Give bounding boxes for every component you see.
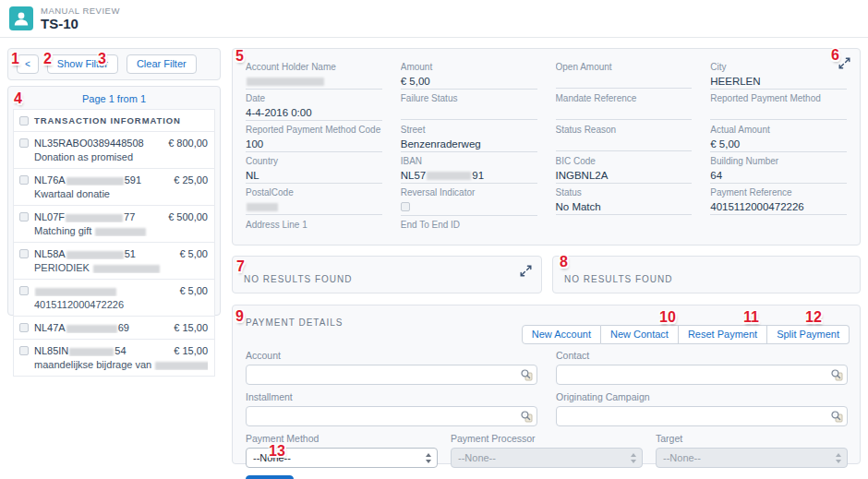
related-list-panel-2: NO RESULTS FOUND (552, 256, 861, 293)
related-list-panel-1: NO RESULTS FOUND (232, 256, 542, 293)
contact-lookup-input[interactable] (556, 365, 848, 385)
field-value: 100 (246, 138, 382, 152)
payment-details-panel: PAYMENT DETAILS New Account New Contact … (232, 305, 861, 464)
table-row[interactable]: NL58A51 € 5,00 PERIODIEK (14, 243, 214, 280)
row-checkbox[interactable] (19, 249, 29, 258)
user-icon (9, 6, 33, 30)
filter-toolbar: < Show Filter Clear Filter (7, 48, 221, 80)
field-value (556, 76, 693, 89)
row-checkbox[interactable] (19, 212, 29, 222)
row-amount: € 5,00 (174, 248, 208, 259)
payment-actions: New Account New Contact Reset Payment Sp… (522, 325, 850, 344)
lookup-icon[interactable] (830, 410, 843, 423)
object-category-label: MANUAL REVIEW (41, 6, 120, 16)
select-stepper-icon (835, 452, 842, 466)
row-amount: € 5,00 (174, 285, 208, 296)
table-row[interactable]: NL85IN54 € 15,00 maandelijkse bijdrage v… (14, 340, 214, 377)
expand-icon[interactable] (838, 56, 851, 69)
table-header-label: TRANSACTION INFORMATION (34, 115, 208, 126)
new-contact-button[interactable]: New Contact (601, 325, 679, 344)
table-row[interactable]: NL35RABO0389448508 € 800,00 Donation as … (14, 132, 214, 169)
field-value (710, 107, 847, 120)
field-value: € 5,00 (401, 76, 537, 90)
page-header: MANUAL REVIEW TS-10 (0, 0, 868, 38)
transaction-table-header: TRANSACTION INFORMATION (14, 110, 214, 132)
lookup-icon[interactable] (520, 410, 533, 423)
account-lookup-input[interactable] (246, 365, 537, 385)
save-button[interactable]: Save (246, 475, 294, 479)
row-checkbox[interactable] (19, 346, 29, 355)
originating-campaign-lookup-input[interactable] (556, 406, 848, 426)
row-checkbox[interactable] (19, 323, 29, 332)
row-checkbox[interactable] (19, 138, 29, 148)
row-amount: € 500,00 (163, 211, 208, 222)
clear-filter-button[interactable]: Clear Filter (127, 54, 197, 74)
panel-title: PAYMENT DETAILS (246, 317, 343, 328)
no-results-message: NO RESULTS FOUND (564, 274, 673, 284)
target-select: --None-- (656, 448, 848, 468)
field-value (556, 107, 693, 120)
expand-icon[interactable] (520, 264, 533, 277)
show-filter-button[interactable]: Show Filter (47, 54, 118, 74)
pagination-link[interactable]: Page 1 from 1 (8, 87, 220, 109)
payment-processor-select: --None-- (451, 448, 643, 468)
no-results-message: NO RESULTS FOUND (244, 274, 353, 284)
table-row[interactable]: NL76A591 € 25,00 Kwartaal donatie (14, 169, 214, 206)
field-value: HEERLEN (710, 76, 847, 90)
row-checkbox[interactable] (19, 175, 29, 185)
manual-review-page: MANUAL REVIEW TS-10 < Show Filter Clear … (0, 0, 868, 479)
transaction-list-panel: Page 1 from 1 TRANSACTION INFORMATION NL… (7, 86, 221, 316)
field-value: 4015112000472226 (710, 201, 847, 215)
payment-method-select[interactable]: --None-- (246, 448, 438, 468)
lookup-icon[interactable] (830, 368, 843, 381)
reversal-indicator-checkbox[interactable] (401, 202, 410, 211)
field-value: NL5791 (401, 170, 537, 184)
field-value (246, 234, 382, 257)
new-account-button[interactable]: New Account (522, 325, 601, 344)
field-value: NL (246, 170, 382, 184)
field-value: € 5,00 (710, 138, 847, 152)
row-checkbox[interactable] (19, 286, 29, 295)
field-value (401, 234, 537, 257)
field-value (556, 138, 693, 151)
split-payment-button[interactable]: Split Payment (767, 325, 850, 344)
field-value: 4-4-2016 0:00 (246, 107, 382, 121)
field-value: 64 (710, 170, 847, 184)
back-button[interactable]: < (17, 54, 39, 74)
field-value: INGBNL2A (556, 170, 693, 184)
field-value (401, 107, 537, 120)
status-value: No Match (556, 201, 693, 215)
row-amount: € 25,00 (168, 174, 208, 186)
page-title: TS-10 (41, 16, 78, 31)
field-value (246, 76, 382, 90)
select-stepper-icon (425, 452, 432, 466)
field-value (401, 201, 537, 216)
field-value (246, 201, 382, 215)
field-value: Benzenraderweg (401, 138, 537, 152)
row-amount: € 15,00 (168, 345, 208, 356)
lookup-icon[interactable] (520, 368, 533, 381)
table-row[interactable]: NL07F77 € 500,00 Matching gift (14, 206, 214, 243)
row-amount: € 15,00 (168, 322, 208, 333)
select-stepper-icon (630, 452, 637, 466)
transaction-table: TRANSACTION INFORMATION NL35RABO03894485… (13, 109, 215, 377)
row-amount: € 800,00 (163, 138, 208, 149)
transaction-detail-panel: Account Holder Name Amount€ 5,00 Open Am… (232, 48, 861, 245)
select-all-checkbox[interactable] (19, 116, 29, 126)
table-row[interactable]: € 5,00 4015112000472226 (14, 280, 214, 317)
table-row[interactable]: NL47A69 € 15,00 (14, 317, 214, 340)
installment-lookup-input[interactable] (246, 406, 537, 426)
reset-payment-button[interactable]: Reset Payment (679, 325, 767, 344)
